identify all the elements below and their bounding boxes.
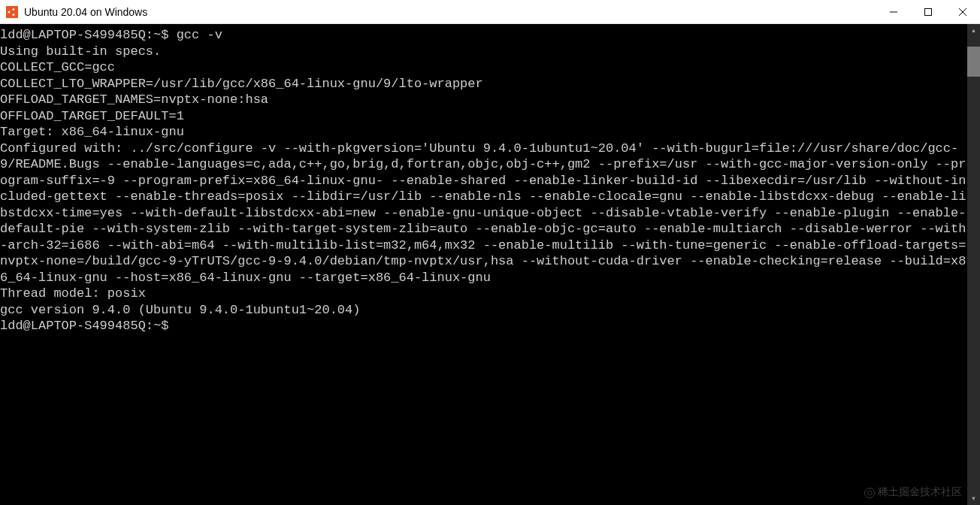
output-line: Configured with: ../src/configure -v --w… — [0, 141, 966, 285]
command-text: gcc -v — [177, 28, 222, 42]
output-line: OFFLOAD_TARGET_NAMES=nvptx-none:hsa — [0, 92, 268, 107]
minimize-button[interactable] — [876, 0, 911, 24]
scroll-down-arrow[interactable]: ▼ — [967, 492, 980, 505]
prompt-user: ldd@LAPTOP-S499485Q — [0, 319, 146, 333]
output-line: COLLECT_GCC=gcc — [0, 60, 115, 74]
svg-point-1 — [13, 8, 15, 11]
output-line: COLLECT_LTO_WRAPPER=/usr/lib/gcc/x86_64-… — [0, 77, 483, 91]
scroll-up-arrow[interactable]: ▲ — [967, 24, 980, 37]
svg-point-0 — [8, 11, 11, 13]
window-titlebar: Ubuntu 20.04 on Windows — [0, 0, 980, 24]
scroll-thumb[interactable] — [967, 47, 980, 77]
watermark-text: 稀土掘金技术社区 — [878, 485, 962, 497]
vertical-scrollbar[interactable]: ▲ ▼ — [967, 24, 980, 505]
svg-point-2 — [13, 14, 15, 16]
terminal-area[interactable]: ldd@LAPTOP-S499485Q:~$ gcc -v Using buil… — [0, 24, 980, 505]
svg-rect-4 — [925, 9, 932, 16]
output-line: gcc version 9.4.0 (Ubuntu 9.4.0-1ubuntu1… — [0, 303, 360, 317]
watermark: ⊙稀土掘金技术社区 — [864, 485, 962, 499]
output-line: Using built-in specs. — [0, 44, 161, 59]
ubuntu-icon — [6, 6, 18, 18]
close-button[interactable] — [945, 0, 980, 24]
terminal-output[interactable]: ldd@LAPTOP-S499485Q:~$ gcc -v Using buil… — [0, 24, 967, 505]
watermark-icon: ⊙ — [864, 488, 875, 498]
prompt-path: ~ — [153, 319, 161, 333]
prompt-symbol: $ — [161, 319, 176, 333]
prompt-user: ldd@LAPTOP-S499485Q — [0, 28, 146, 42]
output-line: Target: x86_64-linux-gnu — [0, 125, 184, 139]
window-title: Ubuntu 20.04 on Windows — [24, 6, 876, 18]
output-line: Thread model: posix — [0, 286, 146, 301]
maximize-button[interactable] — [911, 0, 945, 24]
prompt-symbol: $ — [161, 28, 176, 42]
output-line: OFFLOAD_TARGET_DEFAULT=1 — [0, 109, 184, 123]
window-controls — [876, 0, 980, 23]
prompt-path: ~ — [153, 28, 161, 42]
